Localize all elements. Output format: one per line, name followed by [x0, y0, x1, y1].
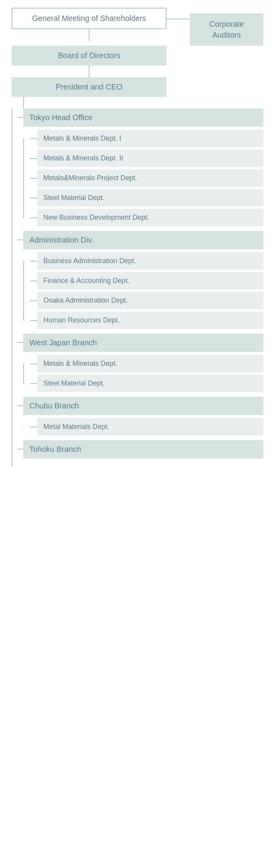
- dept-hline: [30, 300, 37, 301]
- dept-node: Metals & Minerals Dept.: [37, 355, 263, 372]
- dept-hline: [30, 217, 37, 218]
- dept-node: Metal Materials Dept.: [37, 418, 263, 436]
- dept-row: New Business Development Dept.: [30, 209, 263, 226]
- division-inner-chubu: Chubu BranchMetal Materials Dept.: [23, 397, 263, 436]
- dept-node: Metals&Minerals Project Dept.: [37, 169, 263, 187]
- division-title-chubu: Chubu Branch: [23, 397, 263, 415]
- division-title-admin: Administration Div.: [23, 231, 263, 249]
- division-hline-tokyo: [17, 117, 23, 118]
- division-title-tohoku: Tohoku Branch: [23, 440, 263, 458]
- corporate-auditors-node: Corporate Auditors: [190, 13, 263, 46]
- dept-node: New Business Development Dept.: [37, 209, 263, 226]
- dept-row: Metal Materials Dept.: [30, 418, 263, 436]
- division-block-west-japan: West Japan BranchMetals & Minerals Dept.…: [17, 334, 263, 392]
- dept-hline: [30, 198, 37, 198]
- dept-node: Metals & Minerals Dept. I: [37, 130, 263, 147]
- division-inner-admin: Administration Div.Business Administrati…: [23, 231, 263, 329]
- division-block-tohoku: Tohoku Branch: [17, 440, 263, 462]
- dept-hline: [30, 363, 37, 364]
- division-inner-tohoku: Tohoku Branch: [23, 440, 263, 462]
- dept-node: Steel Material Dept.: [37, 189, 263, 207]
- dept-hline: [30, 158, 37, 159]
- dept-row: Metals & Minerals Dept.: [30, 355, 263, 372]
- dept-list-west-japan: Metals & Minerals Dept.Steel Material De…: [23, 355, 263, 392]
- division-hline-admin: [17, 239, 23, 240]
- division-block-chubu: Chubu BranchMetal Materials Dept.: [17, 397, 263, 436]
- dept-row: Metals & Minerals Dept. I: [30, 130, 263, 147]
- dept-vline-tokyo: [23, 138, 24, 218]
- dept-row: Osaka Administration Dept.: [30, 292, 263, 309]
- division-inner-tokyo: Tokyo Head OfficeMetals & Minerals Dept.…: [23, 108, 263, 226]
- main-vline: [12, 108, 12, 466]
- dept-hline: [30, 261, 37, 262]
- dept-hline: [30, 178, 37, 179]
- dept-list-tokyo: Metals & Minerals Dept. IMetals & Minera…: [23, 130, 263, 226]
- dept-row: Finance & Accounting Dept.: [30, 272, 263, 289]
- dept-hline: [30, 427, 37, 427]
- dept-node: Steel Material Dept.: [37, 375, 263, 392]
- dept-node: Metals & Minerals Dept. II: [37, 150, 263, 167]
- division-hline-west-japan: [17, 342, 23, 343]
- dept-node: Osaka Administration Dept.: [37, 292, 263, 309]
- dept-list-admin: Business Administration Dept.Finance & A…: [23, 252, 263, 329]
- division-hline-chubu: [17, 405, 23, 406]
- dept-hline: [30, 138, 37, 139]
- president-ceo-node: President and CEO: [12, 77, 167, 97]
- dept-row: Steel Material Dept.: [30, 375, 263, 392]
- dept-row: Metals&Minerals Project Dept.: [30, 169, 263, 187]
- division-inner-west-japan: West Japan BranchMetals & Minerals Dept.…: [23, 334, 263, 392]
- division-block-tokyo: Tokyo Head OfficeMetals & Minerals Dept.…: [17, 108, 263, 226]
- dept-vline-west-japan: [23, 363, 24, 384]
- division-hline-tohoku: [17, 449, 23, 450]
- dept-hline: [30, 383, 37, 384]
- dept-row: Steel Material Dept.: [30, 189, 263, 207]
- dept-list-chubu: Metal Materials Dept.: [23, 418, 263, 436]
- dept-vline-admin: [23, 261, 24, 320]
- division-block-admin: Administration Div.Business Administrati…: [17, 231, 263, 329]
- division-title-tokyo: Tokyo Head Office: [23, 108, 263, 127]
- dept-hline: [30, 320, 37, 321]
- dept-node: Human Resources Dept.: [37, 312, 263, 329]
- dept-node: Finance & Accounting Dept.: [37, 272, 263, 289]
- division-title-west-japan: West Japan Branch: [23, 334, 263, 352]
- dept-row: Metals & Minerals Dept. II: [30, 150, 263, 167]
- divisions-container: Tokyo Head OfficeMetals & Minerals Dept.…: [12, 108, 263, 466]
- org-chart: General Meeting of Shareholders Corporat…: [12, 8, 263, 466]
- dept-node: Business Administration Dept.: [37, 252, 263, 270]
- dept-hline: [30, 281, 37, 281]
- dept-row: Human Resources Dept.: [30, 312, 263, 329]
- board-of-directors-node: Board of Directors: [12, 46, 167, 65]
- dept-row: Business Administration Dept.: [30, 252, 263, 270]
- dept-vline-chubu: [23, 427, 24, 427]
- general-meeting-node: General Meeting of Shareholders: [12, 8, 167, 29]
